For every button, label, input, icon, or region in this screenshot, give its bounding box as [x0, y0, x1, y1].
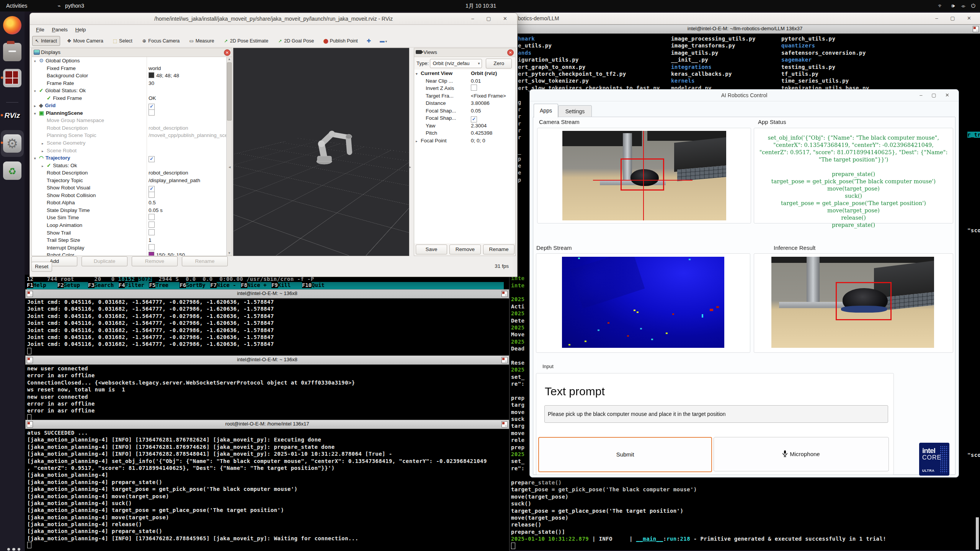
display-row-value[interactable]: [149, 222, 155, 229]
display-row[interactable]: Trajectory Topic/display_planned_path: [32, 177, 227, 184]
prompt-input[interactable]: [544, 405, 888, 423]
terminator-group-icon[interactable]: [27, 291, 33, 297]
views-row-value[interactable]: [471, 85, 477, 92]
display-row-value[interactable]: ✓: [149, 184, 155, 192]
menu-panels[interactable]: Panels: [52, 25, 68, 35]
terminator-group-icon[interactable]: [973, 26, 979, 32]
display-row[interactable]: Loop Animation: [32, 222, 227, 229]
microphone-button[interactable]: Microphone: [714, 437, 889, 471]
zero-button[interactable]: Zero: [486, 59, 512, 68]
file-entry[interactable]: ert_graph_to_onnx.py: [518, 64, 660, 70]
display-row[interactable]: ▸Scene Geometry: [32, 139, 227, 147]
fkey-label[interactable]: F10: [302, 282, 312, 288]
terminator-icon[interactable]: [3, 69, 21, 87]
display-row[interactable]: Show Robot Visual✓: [32, 184, 227, 192]
clock[interactable]: 1月 10 10:31: [466, 0, 496, 11]
file-entry[interactable]: testing_utils.py: [781, 64, 869, 70]
views-row[interactable]: ▸Focal Point0; 0; 0: [414, 137, 515, 145]
display-row-value[interactable]: 0.5: [149, 199, 156, 207]
checkbox[interactable]: [471, 85, 477, 91]
display-row-value[interactable]: ✓: [149, 102, 155, 110]
tool-move-camera[interactable]: ✥Move Camera: [65, 36, 106, 46]
close-icon[interactable]: ✕: [507, 49, 514, 56]
views-save-button[interactable]: Save: [416, 245, 447, 254]
display-row-value[interactable]: /display_planned_path: [149, 177, 200, 184]
display-row-value[interactable]: OK: [149, 95, 156, 102]
display-row[interactable]: ✓Fixed FrameOK: [32, 95, 227, 102]
fkey-label[interactable]: F7: [210, 282, 217, 288]
views-row[interactable]: ▾Current ViewOrbit (rviz): [414, 70, 515, 77]
splitter-collapse-right[interactable]: ▸: [409, 165, 411, 170]
tool-interact[interactable]: ↖Interact: [32, 36, 60, 46]
display-row[interactable]: Robot Alpha0.5: [32, 199, 227, 207]
views-row-value[interactable]: ✓: [471, 114, 477, 122]
display-row[interactable]: Show Trail: [32, 229, 227, 237]
rviz-dock-icon[interactable]: RViz: [3, 106, 21, 125]
display-row-value[interactable]: [149, 229, 155, 237]
terminal-pane-content[interactable]: Joint cmd: 0.045116, 0.031682, -1.564777…: [27, 298, 274, 355]
display-row[interactable]: Robot Descriptionrobot_description: [32, 124, 227, 132]
views-row[interactable]: Pitch0.425398: [414, 129, 515, 137]
views-row-value[interactable]: 0.05: [471, 107, 481, 115]
display-row-value[interactable]: robot_description: [149, 169, 188, 177]
checkbox[interactable]: [149, 214, 155, 220]
fkey-action[interactable]: Search: [95, 282, 119, 288]
display-row[interactable]: Robot Color150; 50; 150: [32, 251, 227, 256]
tab-apps[interactable]: Apps: [534, 104, 558, 117]
checkbox[interactable]: [149, 244, 155, 250]
tool-select[interactable]: ⬚Select: [111, 36, 135, 46]
fkey-action[interactable]: Help: [33, 282, 57, 288]
display-row[interactable]: ▸✓Status: Ok: [32, 162, 227, 170]
directory-entry[interactable]: kernels: [671, 77, 756, 84]
file-entry[interactable]: ert_slow_tokenizer.py: [518, 77, 660, 84]
views-row[interactable]: Focal Shap...0.05: [414, 107, 515, 115]
fkey-label[interactable]: F5: [149, 282, 155, 288]
display-row-value[interactable]: 150; 50; 150: [149, 251, 185, 256]
display-row[interactable]: ▾⚙Global Options: [32, 57, 227, 65]
directory-entry[interactable]: integrations: [671, 64, 756, 70]
htop-fkey-bar[interactable]: F1HelpF2SetupF3SearchF4FilterF5TreeF6Sor…: [27, 282, 336, 289]
checkbox[interactable]: [149, 229, 155, 235]
power-icon[interactable]: ⏻: [971, 0, 975, 11]
directory-entry[interactable]: ands: [518, 49, 660, 56]
display-row[interactable]: Trail Step Size1: [32, 236, 227, 244]
display-row[interactable]: ▸◈Grid✓: [32, 102, 227, 109]
fkey-action[interactable]: Quit: [312, 282, 336, 288]
views-row[interactable]: Invert Z Axis: [414, 85, 515, 92]
display-row-value[interactable]: 48; 48; 48: [149, 72, 179, 80]
display-row-value[interactable]: /moveit_cpp/publish_planning_scene: [149, 132, 227, 139]
display-row[interactable]: ▸Scene Robot: [32, 147, 227, 155]
displays-tree[interactable]: ▾⚙Global OptionsFixed FrameworldBackgrou…: [32, 57, 227, 256]
display-row-value[interactable]: ✓: [149, 154, 155, 162]
views-row[interactable]: Distance3.80086: [414, 99, 515, 107]
tool-publish-point[interactable]: ⬤Publish Point: [322, 36, 361, 46]
fkey-action[interactable]: SortBy: [186, 282, 210, 288]
display-row-value[interactable]: [149, 214, 155, 222]
display-row[interactable]: ▾◠Trajectory✓: [32, 154, 227, 162]
reset-button[interactable]: Reset: [31, 262, 52, 272]
display-row[interactable]: ▾▣PlanningScene: [32, 109, 227, 117]
fkey-label[interactable]: F4: [119, 282, 125, 288]
display-row-value[interactable]: 30: [149, 80, 154, 87]
fkey-label[interactable]: F8: [241, 282, 247, 288]
fkey-label[interactable]: F9: [271, 282, 278, 288]
terminator-group-icon[interactable]: [501, 357, 508, 363]
display-row[interactable]: Planning Scene Topic/moveit_cpp/publish_…: [32, 132, 227, 139]
display-row-value[interactable]: world: [149, 65, 161, 72]
rviz-3d-viewport[interactable]: [233, 48, 409, 256]
display-row[interactable]: Fixed Frameworld: [32, 65, 227, 72]
show-applications-icon[interactable]: [6, 546, 22, 551]
terminator-group-icon[interactable]: [27, 421, 33, 427]
views-row-value[interactable]: Orbit (rviz): [471, 70, 497, 77]
views-row-value[interactable]: 0.425398: [471, 129, 492, 137]
display-row[interactable]: Move Group Namespace: [32, 117, 227, 124]
expander-arrow[interactable]: ▸: [416, 138, 421, 145]
display-row[interactable]: State Display Time0.05 s: [32, 207, 227, 214]
fkey-action[interactable]: Tree: [155, 282, 180, 288]
submit-button[interactable]: Submit: [538, 437, 712, 472]
views-row[interactable]: Focal Shap...✓: [414, 114, 515, 122]
fkey-label[interactable]: F2: [57, 282, 64, 288]
fkey-label[interactable]: F3: [88, 282, 95, 288]
terminal-pane-content[interactable]: atus SUCCEEDED ...[jaka_motion_planning-…: [27, 429, 487, 549]
display-row-value[interactable]: [149, 244, 155, 252]
